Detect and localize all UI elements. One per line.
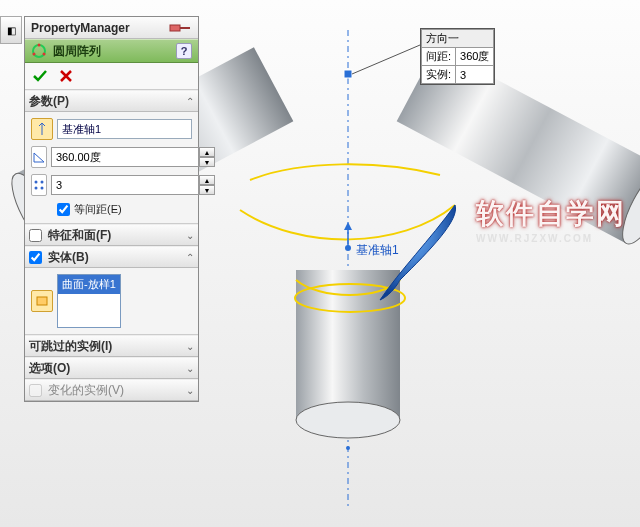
svg-line-9 — [352, 45, 420, 74]
section-skip-instances-label: 可跳过的实例(I) — [29, 338, 112, 355]
section-options-header[interactable]: 选项(O) ⌄ — [25, 357, 198, 379]
svg-point-13 — [38, 44, 41, 47]
instances-input[interactable] — [51, 175, 199, 195]
angle-spin-down[interactable]: ▼ — [199, 157, 215, 167]
callout-direction-header: 方向一 — [422, 30, 494, 48]
help-icon[interactable]: ? — [176, 43, 192, 59]
property-manager-panel: PropertyManager 圆周阵列 ? 参数(P) ⌃ 基准轴1 ▲▼ — [24, 16, 199, 402]
svg-point-19 — [41, 187, 44, 190]
bodies-selection-list[interactable]: 曲面-放样1 — [57, 274, 121, 328]
callout-instances-label: 实例: — [422, 66, 456, 84]
equal-spacing-row[interactable]: 等间距(E) — [31, 202, 192, 217]
angle-icon — [31, 146, 47, 168]
svg-point-10 — [346, 446, 350, 450]
svg-point-17 — [41, 181, 44, 184]
varied-checkbox — [29, 384, 42, 397]
section-bodies-label: 实体(B) — [48, 249, 89, 266]
section-parameters-label: 参数(P) — [29, 93, 69, 110]
chevron-up-icon: ⌃ — [186, 96, 194, 107]
chevron-down-icon: ⌄ — [186, 230, 194, 241]
svg-point-16 — [35, 181, 38, 184]
svg-rect-11 — [170, 25, 180, 31]
instances-spin-up[interactable]: ▲ — [199, 175, 215, 185]
property-manager-titlebar[interactable]: PropertyManager — [25, 17, 198, 39]
angle-input[interactable] — [51, 147, 199, 167]
property-manager-title: PropertyManager — [31, 21, 130, 35]
section-varied-header: 变化的实例(V) ⌄ — [25, 379, 198, 401]
svg-rect-5 — [296, 270, 400, 420]
svg-point-14 — [43, 53, 46, 56]
instances-icon — [31, 174, 47, 196]
pattern-callout[interactable]: 方向一 间距: 360度 实例: 3 — [420, 28, 495, 85]
bodies-selected-item[interactable]: 曲面-放样1 — [58, 275, 120, 294]
axis-selector-icon[interactable] — [31, 118, 53, 140]
watermark-url: WWW.RJZXW.COM — [476, 233, 626, 244]
bodies-checkbox[interactable] — [29, 251, 42, 264]
circular-pattern-icon — [31, 43, 47, 59]
axis-selection-field[interactable]: 基准轴1 — [57, 119, 192, 139]
cancel-button[interactable] — [57, 67, 75, 85]
callout-spacing-value[interactable]: 360度 — [456, 48, 494, 66]
pin-icon[interactable] — [168, 21, 192, 35]
watermark-text: 软件自学网 — [476, 195, 626, 233]
equal-spacing-checkbox[interactable] — [57, 203, 70, 216]
axis-drag-handle[interactable] — [344, 70, 352, 78]
axis-label: 基准轴1 — [356, 242, 399, 259]
section-parameters-body: 基准轴1 ▲▼ ▲▼ 等间距(E) — [25, 112, 198, 224]
feature-title: 圆周阵列 — [53, 43, 101, 60]
section-parameters-header[interactable]: 参数(P) ⌃ — [25, 90, 198, 112]
chevron-down-icon: ⌄ — [186, 363, 194, 374]
axis-triad — [344, 222, 352, 251]
callout-instances-value[interactable]: 3 — [456, 66, 494, 84]
section-bodies-header[interactable]: 实体(B) ⌃ — [25, 246, 198, 268]
svg-point-6 — [296, 402, 400, 438]
angle-spin-up[interactable]: ▲ — [199, 147, 215, 157]
equal-spacing-label: 等间距(E) — [74, 202, 122, 217]
section-features-faces-header[interactable]: 特征和面(F) ⌄ — [25, 224, 198, 246]
section-varied-label: 变化的实例(V) — [48, 382, 124, 399]
confirm-row — [25, 63, 198, 90]
svg-point-18 — [35, 187, 38, 190]
instances-spin-down[interactable]: ▼ — [199, 185, 215, 195]
feature-header: 圆周阵列 ? — [25, 39, 198, 63]
chevron-down-icon: ⌄ — [186, 385, 194, 396]
section-skip-instances-header[interactable]: 可跳过的实例(I) ⌄ — [25, 335, 198, 357]
manager-tab-strip[interactable]: ◧ — [0, 16, 22, 44]
section-options-label: 选项(O) — [29, 360, 70, 377]
section-bodies-body: 曲面-放样1 — [25, 268, 198, 335]
tab-feature-manager[interactable]: ◧ — [0, 16, 22, 44]
section-features-faces-label: 特征和面(F) — [48, 227, 111, 244]
chevron-up-icon: ⌃ — [186, 252, 194, 263]
callout-spacing-label: 间距: — [422, 48, 456, 66]
body-selector-icon[interactable] — [31, 290, 53, 312]
svg-point-15 — [33, 53, 36, 56]
watermark: 软件自学网 WWW.RJZXW.COM — [476, 195, 626, 244]
svg-rect-20 — [37, 297, 47, 305]
features-faces-checkbox[interactable] — [29, 229, 42, 242]
chevron-down-icon: ⌄ — [186, 341, 194, 352]
ok-button[interactable] — [31, 67, 49, 85]
